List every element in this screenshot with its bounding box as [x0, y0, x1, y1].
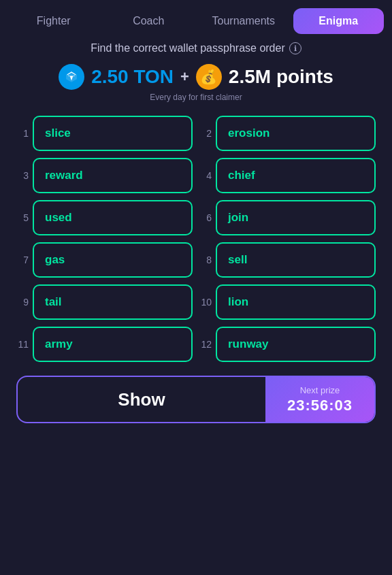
word-cell-7: 7 gas — [16, 242, 193, 278]
plus-sign: + — [180, 68, 189, 86]
show-button[interactable]: Show — [18, 377, 265, 422]
header-section: Find the correct wallet passphrase order… — [16, 42, 376, 102]
word-box-2[interactable]: erosion — [216, 116, 376, 151]
info-icon[interactable]: ℹ — [289, 42, 301, 54]
word-number-4: 4 — [199, 170, 212, 181]
word-number-2: 2 — [199, 128, 212, 139]
header-title-text: Find the correct wallet passphrase order — [91, 42, 284, 54]
coin-icon: 💰 — [196, 64, 222, 90]
main-content: Find the correct wallet passphrase order… — [0, 42, 392, 423]
word-cell-6: 6 join — [199, 200, 376, 235]
word-box-12[interactable]: runway — [216, 327, 376, 362]
tab-tournaments[interactable]: Tournaments — [198, 8, 289, 34]
word-number-8: 8 — [199, 254, 212, 265]
word-cell-8: 8 sell — [199, 242, 376, 278]
word-number-7: 7 — [16, 254, 29, 265]
word-number-12: 12 — [199, 339, 212, 350]
word-number-10: 10 — [199, 297, 212, 308]
tab-fighter[interactable]: Fighter — [8, 8, 99, 34]
word-box-11[interactable]: army — [33, 327, 193, 362]
word-cell-10: 10 lion — [199, 284, 376, 320]
ton-amount: 2.50 TON — [91, 66, 174, 88]
bottom-btn-container: Show Next prize 23:56:03 — [16, 376, 376, 423]
ton-icon — [59, 64, 84, 90]
word-cell-3: 3 reward — [16, 158, 193, 193]
next-prize-section: Next prize 23:56:03 — [265, 377, 374, 422]
word-box-10[interactable]: lion — [216, 284, 376, 320]
word-box-6[interactable]: join — [216, 200, 376, 235]
word-grid: 1 slice 2 erosion 3 reward 4 chief 5 use… — [16, 116, 376, 362]
word-number-3: 3 — [16, 170, 29, 181]
word-cell-5: 5 used — [16, 200, 193, 235]
word-number-6: 6 — [199, 212, 212, 223]
word-cell-4: 4 chief — [199, 158, 376, 193]
word-number-1: 1 — [16, 128, 29, 139]
prize-row: 2.50 TON + 💰 2.5M points — [16, 64, 376, 90]
word-box-3[interactable]: reward — [33, 158, 193, 193]
word-cell-12: 12 runway — [199, 327, 376, 362]
points-amount: 2.5M points — [229, 66, 333, 88]
word-box-7[interactable]: gas — [33, 242, 193, 278]
next-prize-label: Next prize — [300, 385, 340, 395]
word-number-11: 11 — [16, 339, 29, 350]
word-cell-11: 11 army — [16, 327, 193, 362]
word-box-1[interactable]: slice — [33, 116, 193, 151]
tab-bar: Fighter Coach Tournaments Enigma — [0, 0, 392, 42]
word-number-9: 9 — [16, 297, 29, 308]
word-cell-1: 1 slice — [16, 116, 193, 151]
tab-enigma[interactable]: Enigma — [293, 8, 385, 34]
word-number-5: 5 — [16, 212, 29, 223]
subtitle: Every day for first claimer — [16, 93, 376, 102]
word-box-9[interactable]: tail — [33, 284, 193, 320]
word-box-4[interactable]: chief — [216, 158, 376, 193]
word-box-5[interactable]: used — [33, 200, 193, 235]
header-title: Find the correct wallet passphrase order… — [16, 42, 376, 54]
word-box-8[interactable]: sell — [216, 242, 376, 278]
next-prize-timer: 23:56:03 — [287, 397, 353, 414]
tab-coach[interactable]: Coach — [103, 8, 195, 34]
word-cell-2: 2 erosion — [199, 116, 376, 151]
word-cell-9: 9 tail — [16, 284, 193, 320]
